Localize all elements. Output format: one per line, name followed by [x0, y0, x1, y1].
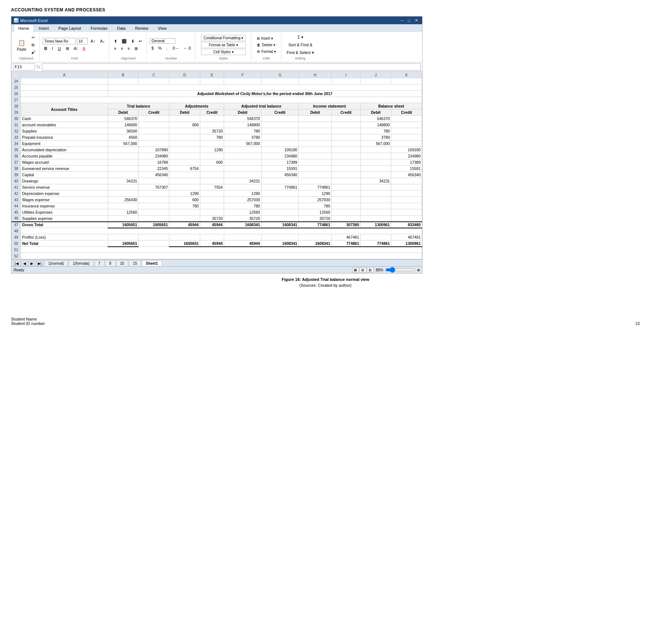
worksheet-title[interactable]: Adjusted Worksheet of Cicily Motor's,for…	[108, 91, 422, 97]
cell-24k[interactable]	[391, 78, 422, 84]
sheet-tab-1normal[interactable]: 1(normal)	[44, 260, 68, 266]
cell-34c[interactable]	[139, 141, 169, 147]
cell-50a[interactable]: Net Total	[21, 240, 108, 247]
cell-30i[interactable]	[331, 116, 360, 122]
income-statement-header[interactable]: Income statement	[299, 103, 360, 109]
cell-50i[interactable]: 774861	[331, 240, 360, 247]
cell-52[interactable]	[21, 253, 422, 259]
cell-46h[interactable]: 35720	[299, 216, 332, 222]
cell-35i[interactable]	[331, 147, 360, 153]
cell-37b[interactable]	[108, 159, 139, 166]
cell-42h[interactable]: 1290	[299, 191, 332, 197]
cell-44e[interactable]	[200, 203, 224, 209]
cell-47d[interactable]: 45944	[169, 222, 200, 228]
cell-31i[interactable]	[331, 122, 360, 128]
col-header-k[interactable]: K	[391, 72, 422, 78]
cell-40e[interactable]	[200, 178, 224, 184]
cell-31j[interactable]: 148800	[360, 122, 391, 128]
cell-38d[interactable]: 6754	[169, 166, 200, 172]
cell-37i[interactable]	[331, 159, 360, 166]
cell-43b[interactable]: 256430	[108, 197, 139, 203]
cell-34f[interactable]: 567,000	[224, 141, 262, 147]
row-header-35[interactable]: 35	[12, 147, 21, 153]
cell-44d[interactable]: 780	[169, 203, 200, 209]
cell-31c[interactable]	[139, 122, 169, 128]
align-middle-button[interactable]: ⬛	[120, 38, 129, 44]
cell-44c[interactable]	[139, 203, 169, 209]
account-titles-header[interactable]: Account Titles	[21, 103, 108, 116]
cell-50e[interactable]: 45944	[200, 240, 224, 247]
cell-43g[interactable]	[261, 197, 299, 203]
sheet-tab-10[interactable]: 10	[116, 260, 128, 266]
copy-button[interactable]: ⧉	[29, 41, 37, 48]
cell-37a[interactable]: Wages accrued	[21, 159, 108, 166]
cell-49b[interactable]	[108, 234, 139, 240]
accounting-button[interactable]: $	[150, 45, 155, 51]
col-header-h[interactable]: H	[299, 72, 332, 78]
sheet-tab-7[interactable]: 7	[94, 260, 105, 266]
cell-47b[interactable]: 1605651	[108, 222, 139, 228]
cell-50d[interactable]: 1605651	[169, 240, 200, 247]
cell-46e[interactable]: 35720	[200, 216, 224, 222]
row-header-27[interactable]: 27	[12, 97, 21, 103]
fill-color-button[interactable]: A⃝	[72, 45, 80, 52]
format-button[interactable]: ⚙ Format ▾	[255, 49, 277, 54]
cell-styles-button[interactable]: Cell Styles ▾	[201, 49, 246, 55]
tab-data[interactable]: Data	[112, 24, 130, 32]
atb-debit-header[interactable]: Debit	[224, 109, 262, 116]
row-header-34[interactable]: 34	[12, 141, 21, 147]
cell-44i[interactable]	[331, 203, 360, 209]
close-button[interactable]: ✕	[413, 18, 420, 23]
cell-39d[interactable]	[169, 172, 200, 178]
cell-32f[interactable]: 780	[224, 128, 262, 134]
cut-button[interactable]: ✂	[29, 34, 37, 41]
increase-decimal-button[interactable]: .0→	[170, 45, 181, 51]
cell-34j[interactable]: 567,000	[360, 141, 391, 147]
cell-38g[interactable]: 15591	[261, 166, 299, 172]
cell-49k[interactable]: 467481	[391, 234, 422, 240]
cell-47a[interactable]: Gross Total	[21, 222, 108, 228]
cell-42b[interactable]	[108, 191, 139, 197]
cell-50g[interactable]: 1608341	[261, 240, 299, 247]
underline-button[interactable]: U	[56, 45, 63, 52]
zoom-plus[interactable]: ⊕	[417, 268, 420, 272]
cell-47k[interactable]: 833480	[391, 222, 422, 228]
cell-34d[interactable]	[169, 141, 200, 147]
cell-31a[interactable]: account receivables	[21, 122, 108, 128]
cell-45e[interactable]	[200, 209, 224, 216]
cell-41k[interactable]	[391, 184, 422, 191]
cell-39c[interactable]: 456340	[139, 172, 169, 178]
cell-30a[interactable]: Cash	[21, 116, 108, 122]
cell-46d[interactable]	[169, 216, 200, 222]
cell-40h[interactable]	[299, 178, 332, 184]
cell-49e[interactable]	[200, 234, 224, 240]
normal-view-button[interactable]: ▦	[352, 267, 359, 272]
cell-30j[interactable]: 546370	[360, 116, 391, 122]
cell-39g[interactable]: 456340	[261, 172, 299, 178]
cell-42a[interactable]: Depreciation expense	[21, 191, 108, 197]
align-right-button[interactable]: ≡	[126, 45, 132, 52]
cell-43e[interactable]	[200, 197, 224, 203]
cell-47e[interactable]: 45944	[200, 222, 224, 228]
align-bottom-button[interactable]: ⬇	[129, 38, 136, 44]
cell-44g[interactable]	[261, 203, 299, 209]
cell-33b[interactable]: 4560	[108, 134, 139, 141]
cell-43f[interactable]: 257030	[224, 197, 262, 203]
cell-49j[interactable]	[360, 234, 391, 240]
paste-button[interactable]: 📋 Paste	[15, 37, 28, 53]
cell-41b[interactable]	[108, 184, 139, 191]
cell-40g[interactable]	[261, 178, 299, 184]
is-credit-header[interactable]: Credit	[331, 109, 360, 116]
cell-49c[interactable]	[139, 234, 169, 240]
tb-credit-header[interactable]: Credit	[139, 109, 169, 116]
cell-43a[interactable]: Wages expense	[21, 197, 108, 203]
cell-31b[interactable]: 148000	[108, 122, 139, 128]
sheet-nav-prev[interactable]: ◀	[21, 261, 28, 266]
cell-26a[interactable]	[21, 91, 108, 97]
cell-31h[interactable]	[299, 122, 332, 128]
cell-45k[interactable]	[391, 209, 422, 216]
cell-43k[interactable]	[391, 197, 422, 203]
page-break-view-button[interactable]: ▥	[367, 267, 374, 272]
font-size-input[interactable]	[77, 38, 88, 44]
cell-38a[interactable]: Eunearned service revenue	[21, 166, 108, 172]
